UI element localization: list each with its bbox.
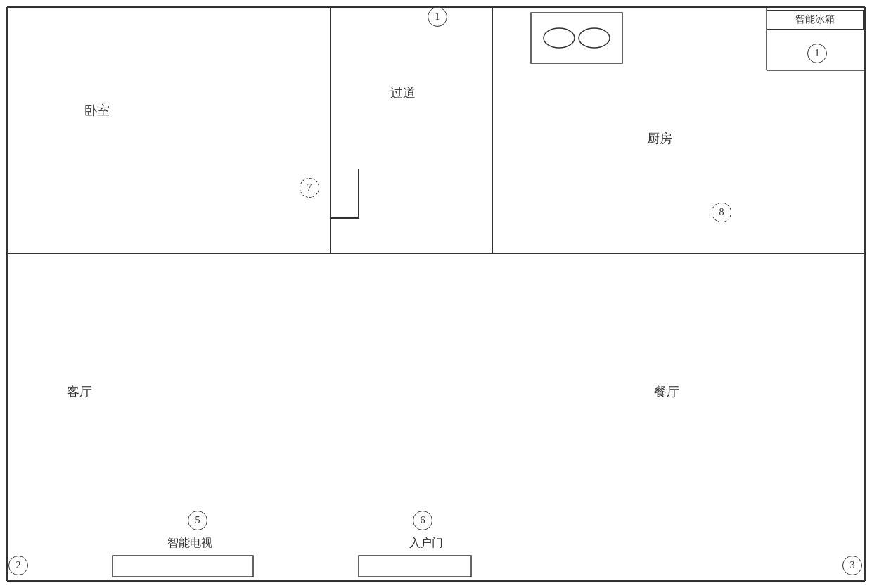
bedroom-label: 卧室 xyxy=(84,102,110,119)
number-3: 3 xyxy=(842,556,862,575)
number-6: 6 xyxy=(413,511,432,530)
number-1-fridge: 1 xyxy=(807,44,827,63)
number-1-hallway: 1 xyxy=(428,7,447,27)
hallway-label: 过道 xyxy=(390,84,416,101)
smart-tv-label: 智能电视 xyxy=(167,536,212,551)
number-7: 7 xyxy=(300,178,319,198)
kitchen-label: 厨房 xyxy=(647,130,672,147)
living-room-label: 客厅 xyxy=(67,383,92,400)
smart-fridge-label: 智能冰箱 xyxy=(767,10,864,30)
entry-door-label: 入户门 xyxy=(409,536,443,551)
number-5: 5 xyxy=(188,511,207,530)
number-2: 2 xyxy=(8,556,28,575)
svg-point-15 xyxy=(579,28,610,48)
number-8: 8 xyxy=(712,203,731,222)
svg-point-14 xyxy=(544,28,575,48)
svg-rect-17 xyxy=(113,556,253,577)
dining-room-label: 餐厅 xyxy=(654,383,679,400)
svg-rect-18 xyxy=(359,556,471,577)
